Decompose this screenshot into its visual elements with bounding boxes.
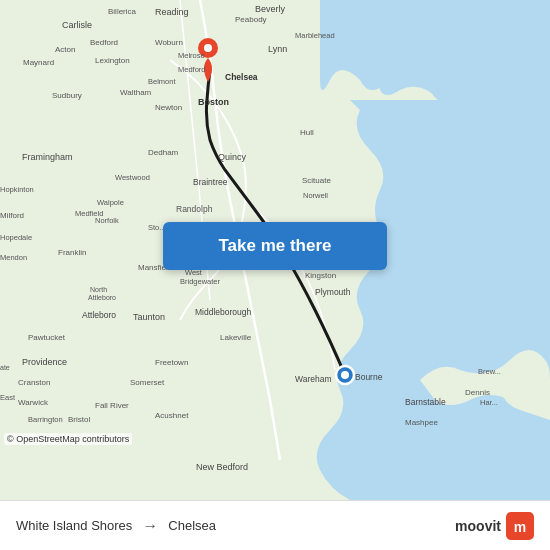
- svg-text:Scituate: Scituate: [302, 176, 331, 185]
- svg-text:Attleboro: Attleboro: [82, 310, 116, 320]
- svg-text:Warwick: Warwick: [18, 398, 49, 407]
- svg-text:Lynn: Lynn: [268, 44, 287, 54]
- svg-text:Milford: Milford: [0, 211, 24, 220]
- route-to: Chelsea: [168, 518, 216, 533]
- svg-point-4: [341, 371, 349, 379]
- svg-text:Har...: Har...: [480, 398, 498, 407]
- svg-text:Bedford: Bedford: [90, 38, 118, 47]
- svg-text:Wareham: Wareham: [295, 374, 332, 384]
- route-from: White Island Shores: [16, 518, 132, 533]
- moovit-label: moovit: [455, 518, 501, 534]
- svg-text:Newton: Newton: [155, 103, 182, 112]
- svg-text:Chelsea: Chelsea: [225, 72, 258, 82]
- svg-text:Acton: Acton: [55, 45, 75, 54]
- svg-point-2: [204, 44, 212, 52]
- svg-text:Walpole: Walpole: [97, 198, 124, 207]
- svg-text:Maynard: Maynard: [23, 58, 54, 67]
- svg-text:Barnstable: Barnstable: [405, 397, 446, 407]
- svg-text:Randolph: Randolph: [176, 204, 213, 214]
- svg-text:Reading: Reading: [155, 7, 189, 17]
- svg-text:Norwell: Norwell: [303, 191, 328, 200]
- svg-text:Mendon: Mendon: [0, 253, 27, 262]
- moovit-icon: m: [506, 512, 534, 540]
- svg-text:Fall River: Fall River: [95, 401, 129, 410]
- svg-text:Marblehead: Marblehead: [295, 31, 335, 40]
- svg-text:Bristol: Bristol: [68, 415, 90, 424]
- svg-text:East: East: [0, 393, 16, 402]
- svg-text:Providence: Providence: [22, 357, 67, 367]
- svg-text:Boston: Boston: [198, 97, 229, 107]
- svg-text:Medfield: Medfield: [75, 209, 103, 218]
- svg-text:Lakeville: Lakeville: [220, 333, 252, 342]
- svg-text:Freetown: Freetown: [155, 358, 188, 367]
- moovit-logo: moovit m: [455, 512, 534, 540]
- svg-text:New Bedford: New Bedford: [196, 462, 248, 472]
- svg-text:Braintree: Braintree: [193, 177, 228, 187]
- svg-text:Cranston: Cranston: [18, 378, 50, 387]
- svg-text:Taunton: Taunton: [133, 312, 165, 322]
- svg-text:ate: ate: [0, 364, 10, 371]
- svg-text:Acushnet: Acushnet: [155, 411, 189, 420]
- svg-text:Middleborough: Middleborough: [195, 307, 252, 317]
- map-container: Carlisle Reading Beverly Peabody Marbleh…: [0, 0, 550, 500]
- svg-text:North: North: [90, 286, 107, 293]
- svg-text:Carlisle: Carlisle: [62, 20, 92, 30]
- svg-text:Plymouth: Plymouth: [315, 287, 351, 297]
- svg-text:Westwood: Westwood: [115, 173, 150, 182]
- route-info: White Island Shores → Chelsea: [16, 517, 216, 535]
- svg-text:Kingston: Kingston: [305, 271, 336, 280]
- svg-text:Bourne: Bourne: [355, 372, 383, 382]
- svg-text:Peabody: Peabody: [235, 15, 267, 24]
- svg-text:Somerset: Somerset: [130, 378, 165, 387]
- svg-text:North: North: [160, 0, 177, 1]
- svg-text:Lexington: Lexington: [95, 56, 130, 65]
- bottom-bar: White Island Shores → Chelsea moovit m: [0, 500, 550, 550]
- svg-text:Beverly: Beverly: [255, 4, 286, 14]
- svg-text:Brew...: Brew...: [478, 367, 501, 376]
- svg-text:Belmont: Belmont: [148, 77, 176, 86]
- svg-text:Quincy: Quincy: [218, 152, 247, 162]
- svg-text:Bridgewater: Bridgewater: [180, 277, 221, 286]
- route-arrow-icon: →: [142, 517, 158, 535]
- svg-text:Hopkinton: Hopkinton: [0, 185, 34, 194]
- map-attribution: © OpenStreetMap contributors: [4, 433, 132, 445]
- svg-text:Hull: Hull: [300, 128, 314, 137]
- svg-text:Woburn: Woburn: [155, 38, 183, 47]
- svg-text:Billerica: Billerica: [108, 7, 137, 16]
- svg-text:Mashpee: Mashpee: [405, 418, 438, 427]
- svg-text:Sudbury: Sudbury: [52, 91, 82, 100]
- svg-text:Franklin: Franklin: [58, 248, 86, 257]
- svg-text:Pawtucket: Pawtucket: [28, 333, 66, 342]
- svg-text:Hopedale: Hopedale: [0, 233, 32, 242]
- svg-text:Barrington: Barrington: [28, 415, 63, 424]
- svg-text:Dedham: Dedham: [148, 148, 179, 157]
- svg-text:Medford: Medford: [178, 65, 206, 74]
- svg-text:Attleboro: Attleboro: [88, 294, 116, 301]
- svg-text:Waltham: Waltham: [120, 88, 152, 97]
- svg-text:Dennis: Dennis: [465, 388, 490, 397]
- svg-text:m: m: [514, 519, 526, 535]
- svg-text:Framingham: Framingham: [22, 152, 73, 162]
- take-me-there-button[interactable]: Take me there: [163, 222, 387, 270]
- svg-text:Melrose: Melrose: [178, 51, 205, 60]
